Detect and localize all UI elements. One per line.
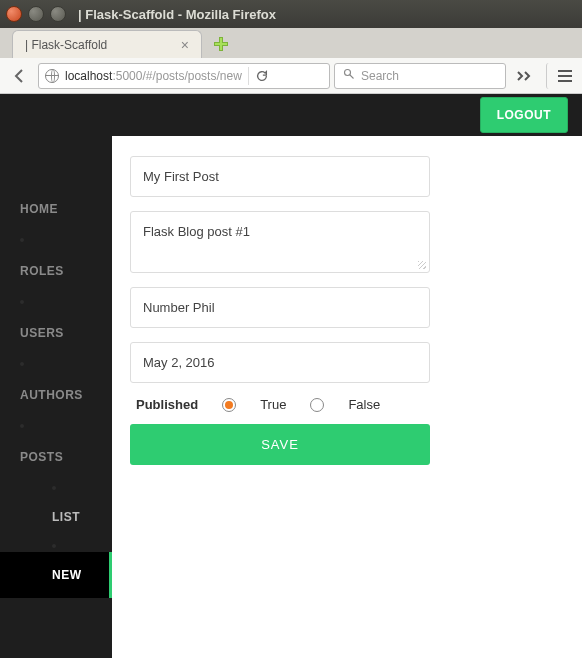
body-textarea[interactable]: Flask Blog post #1 (130, 211, 430, 273)
sidebar-sub-new[interactable]: NEW (0, 552, 112, 598)
published-false-radio[interactable] (310, 398, 324, 412)
published-label: Published (136, 397, 198, 412)
sidebar-separator (20, 362, 24, 366)
sidebar-item-posts[interactable]: POSTS (0, 432, 112, 482)
sidebar-separator (52, 486, 56, 490)
app-topbar: LOGOUT (112, 94, 582, 136)
tab-title: | Flask-Scaffold (25, 38, 107, 52)
svg-line-5 (350, 75, 354, 79)
url-bar[interactable]: localhost:5000/#/posts/posts/new (38, 63, 330, 89)
search-bar[interactable]: Search (334, 63, 506, 89)
overflow-button[interactable] (510, 63, 540, 89)
save-button[interactable]: SAVE (130, 424, 430, 465)
sidebar-sub-list[interactable]: LIST (0, 494, 112, 540)
new-post-form: My First Post Flask Blog post #1 Number … (130, 156, 564, 465)
sidebar: HOME ROLES USERS AUTHORS POSTS LIST NEW (0, 94, 112, 658)
sidebar-separator (20, 424, 24, 428)
search-icon (343, 68, 355, 83)
browser-toolbar: localhost:5000/#/posts/posts/new Search (0, 58, 582, 94)
svg-point-4 (345, 70, 351, 76)
main-content: LOGOUT My First Post Flask Blog post #1 … (112, 94, 582, 658)
app-viewport: HOME ROLES USERS AUTHORS POSTS LIST NEW … (0, 94, 582, 658)
sidebar-item-users[interactable]: USERS (0, 308, 112, 358)
search-placeholder: Search (361, 69, 399, 83)
tab-strip: | Flask-Scaffold × (0, 28, 582, 58)
sidebar-separator (20, 238, 24, 242)
published-row: Published True False (136, 397, 564, 412)
false-label: False (348, 397, 380, 412)
tab-close-button[interactable]: × (177, 37, 193, 53)
window-close-button[interactable] (6, 6, 22, 22)
sidebar-item-roles[interactable]: ROLES (0, 246, 112, 296)
reload-button[interactable] (248, 67, 275, 85)
svg-rect-3 (215, 43, 227, 45)
sidebar-separator (20, 300, 24, 304)
sidebar-separator (52, 544, 56, 548)
browser-tab[interactable]: | Flask-Scaffold × (12, 30, 202, 58)
sidebar-item-authors[interactable]: AUTHORS (0, 370, 112, 420)
new-tab-button[interactable] (210, 34, 232, 54)
url-host: localhost (65, 69, 112, 83)
sidebar-item-home[interactable]: HOME (0, 184, 112, 234)
back-button[interactable] (6, 62, 34, 90)
window-titlebar: | Flask-Scaffold - Mozilla Firefox (0, 0, 582, 28)
globe-icon (45, 69, 59, 83)
date-input[interactable]: May 2, 2016 (130, 342, 430, 383)
window-title: | Flask-Scaffold - Mozilla Firefox (78, 7, 276, 22)
url-path: :5000/#/posts/posts/new (112, 69, 241, 83)
true-label: True (260, 397, 286, 412)
title-input[interactable]: My First Post (130, 156, 430, 197)
logout-button[interactable]: LOGOUT (480, 97, 568, 133)
hamburger-menu-button[interactable] (546, 63, 576, 89)
author-input[interactable]: Number Phil (130, 287, 430, 328)
window-maximize-button[interactable] (50, 6, 66, 22)
window-minimize-button[interactable] (28, 6, 44, 22)
published-true-radio[interactable] (222, 398, 236, 412)
